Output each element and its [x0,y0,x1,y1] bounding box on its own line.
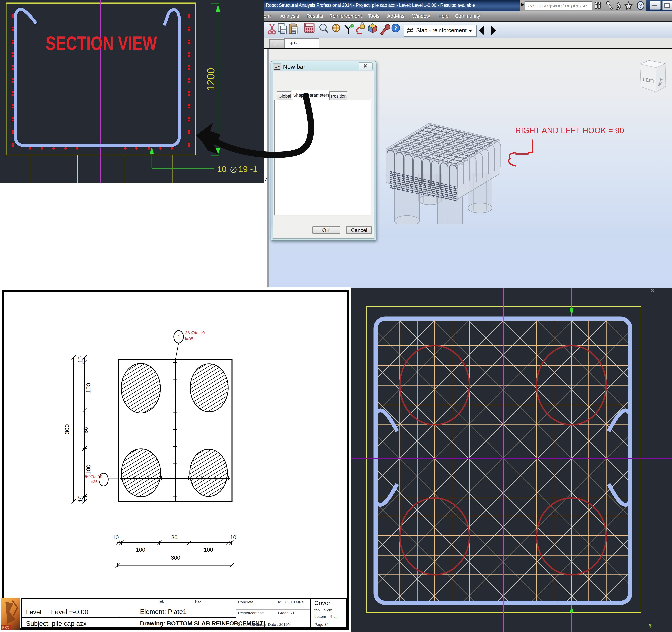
svg-text:SECTION VIEW: SECTION VIEW [46,32,157,54]
svg-text:1200: 1200 [205,68,217,91]
svg-text:PRO: PRO [2,626,9,629]
svg-text:?: ? [394,25,398,31]
svg-text:?: ? [639,2,642,9]
